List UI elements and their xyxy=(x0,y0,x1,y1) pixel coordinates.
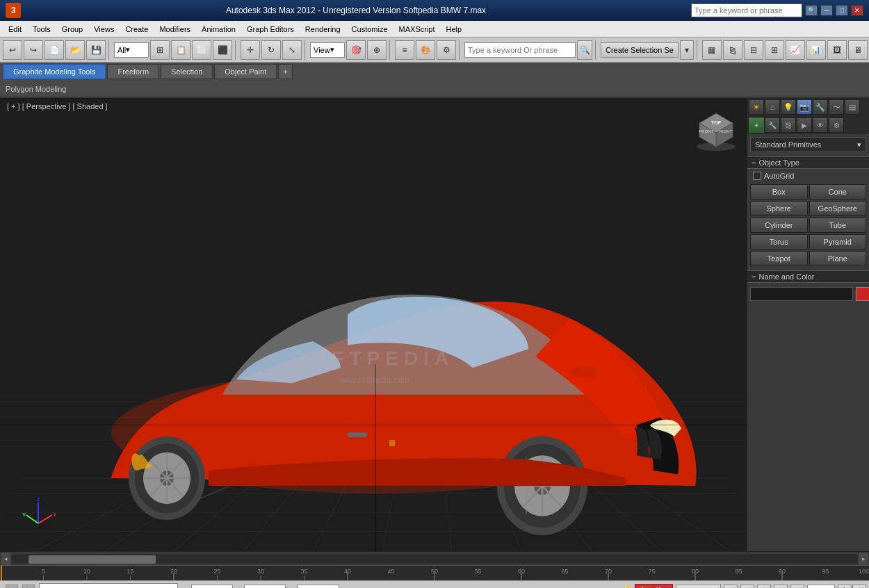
geosphere-button[interactable]: GeoSphere xyxy=(809,201,867,216)
panel-tab-cameras[interactable]: 📷 xyxy=(797,99,812,115)
menu-item-edit[interactable]: Edit xyxy=(3,24,27,35)
rotate-btn[interactable]: ↻ xyxy=(261,40,281,60)
sub-tab-utilities[interactable]: ⚙ xyxy=(829,117,844,133)
panel-tab-lights[interactable]: 💡 xyxy=(781,99,796,115)
play-button[interactable]: ▶ xyxy=(757,585,771,589)
frame-input[interactable] xyxy=(807,585,835,589)
tab-add-icon[interactable]: + xyxy=(278,64,292,79)
select-region-btn[interactable]: ⬜ xyxy=(192,40,211,60)
panel-tab-systems[interactable]: ▤ xyxy=(845,99,860,115)
auto-key-button[interactable]: Auto Key xyxy=(635,584,673,589)
create-sel-dropdown[interactable]: ▾ xyxy=(680,40,694,60)
sphere-button[interactable]: Sphere xyxy=(750,201,808,216)
save-button[interactable]: 💾 xyxy=(86,40,106,60)
menu-item-graph-editors[interactable]: Graph Editors xyxy=(241,24,300,35)
view-cube[interactable]: TOP RIGHT FRONT xyxy=(692,106,740,154)
tab-selection[interactable]: Selection xyxy=(161,64,213,79)
open-button[interactable]: 📂 xyxy=(65,40,85,60)
create-selection-button[interactable]: Create Selection Se xyxy=(601,42,679,58)
go-end-button[interactable]: ⏭ xyxy=(790,585,804,589)
sub-tab-create[interactable]: ✦ xyxy=(749,117,764,133)
z-input[interactable] xyxy=(298,585,339,589)
collapse-name-color-icon[interactable]: − xyxy=(752,272,756,281)
panel-tab-helpers[interactable]: 🔧 xyxy=(813,99,828,115)
render-setup-btn[interactable]: ⚙ xyxy=(437,40,456,60)
sub-tab-modify[interactable]: 🔧 xyxy=(765,117,780,133)
x-input[interactable] xyxy=(191,585,233,589)
viewport[interactable]: SOFTPEDIA www.softpedia.com [ + ] [ Pers… xyxy=(0,98,747,551)
menu-item-customize[interactable]: Customize xyxy=(346,24,393,35)
scroll-left-arrow[interactable]: ◂ xyxy=(0,552,11,566)
pivot-btn[interactable]: ⊕ xyxy=(367,40,387,60)
menu-item-tools[interactable]: Tools xyxy=(27,24,56,35)
tab-graphite-modeling[interactable]: Graphite Modeling Tools xyxy=(3,64,106,79)
redo-button[interactable]: ↪ xyxy=(24,40,43,60)
material-editor-btn[interactable]: 🖼 xyxy=(827,40,847,60)
pyramid-button[interactable]: Pyramid xyxy=(809,234,867,250)
search-icon[interactable]: 🔍 xyxy=(805,5,818,16)
close-button[interactable]: ✕ xyxy=(851,5,863,16)
schematic-btn[interactable]: 📊 xyxy=(806,40,826,60)
menu-item-create[interactable]: Create xyxy=(120,24,154,35)
box-button[interactable]: Box xyxy=(750,184,808,199)
array-btn[interactable]: ⊞ xyxy=(765,40,784,60)
cylinder-button[interactable]: Cylinder xyxy=(750,218,808,233)
collapse-object-type-icon[interactable]: − xyxy=(752,158,756,167)
prev-frame-button[interactable]: ◂ xyxy=(740,585,754,589)
menu-item-rendering[interactable]: Rendering xyxy=(300,24,346,35)
view-dropdown[interactable]: View▾ xyxy=(310,42,345,58)
curve-editor-btn[interactable]: 📈 xyxy=(786,40,805,60)
named-sel-dropdown[interactable]: ▦ xyxy=(702,40,722,60)
select-mode-icon[interactable]: ⊞ xyxy=(22,585,35,589)
next-frame-button[interactable]: ▸ xyxy=(774,585,788,589)
render-btn[interactable]: 🖥 xyxy=(848,40,868,60)
new-button[interactable]: 📄 xyxy=(44,40,64,60)
scroll-right-arrow[interactable]: ▸ xyxy=(858,552,869,566)
plane-button[interactable]: Plane xyxy=(809,251,867,266)
sub-tab-hierarchy[interactable]: ⛓ xyxy=(781,117,796,133)
scale-btn[interactable]: ⤡ xyxy=(282,40,302,60)
all-dropdown[interactable]: All▾ xyxy=(114,42,149,58)
panel-tab-display[interactable]: ☀ xyxy=(749,99,764,115)
cone-button[interactable]: Cone xyxy=(809,184,867,199)
anim-options-btn[interactable]: ⚙ xyxy=(852,585,866,589)
search-input[interactable] xyxy=(464,42,576,58)
menu-item-group[interactable]: Group xyxy=(56,24,89,35)
panel-tab-shapes[interactable]: ⌂ xyxy=(765,99,780,115)
auto-key-dropdown[interactable]: Selected xyxy=(676,584,721,589)
sub-tab-motion[interactable]: ▶ xyxy=(797,117,812,133)
maximize-button[interactable]: □ xyxy=(836,5,848,16)
menu-item-animation[interactable]: Animation xyxy=(196,24,241,35)
move-btn[interactable]: ✛ xyxy=(241,40,260,60)
window-crossing-btn[interactable]: ⬛ xyxy=(213,40,232,60)
select-by-name-btn[interactable]: 📋 xyxy=(171,40,190,60)
name-input[interactable] xyxy=(750,287,853,301)
torus-button[interactable]: Torus xyxy=(750,234,808,250)
scroll-track[interactable] xyxy=(11,554,858,564)
reference-coord-btn[interactable]: 🎯 xyxy=(346,40,366,60)
minimize-button[interactable]: ─ xyxy=(820,5,833,16)
timeline-ruler[interactable]: 0 / 100 5 10 15 20 25 30 35 40 45 50 55 … xyxy=(0,565,869,580)
sub-tab-display[interactable]: 👁 xyxy=(813,117,828,133)
menu-item-views[interactable]: Views xyxy=(88,24,120,35)
select-object-btn[interactable]: ⊞ xyxy=(150,40,170,60)
search-go-btn[interactable]: 🔍 xyxy=(577,40,592,60)
panel-tab-spacewarps[interactable]: 〜 xyxy=(829,99,844,115)
tab-freeform[interactable]: Freeform xyxy=(107,64,159,79)
teapot-button[interactable]: Teapot xyxy=(750,251,808,266)
y-input[interactable] xyxy=(244,585,286,589)
autogrid-checkbox[interactable] xyxy=(753,172,761,180)
go-start-button[interactable]: ⏮ xyxy=(724,585,738,589)
tube-button[interactable]: Tube xyxy=(809,218,867,233)
undo-button[interactable]: ↩ xyxy=(3,40,22,60)
time-config-btn[interactable]: ⏱ xyxy=(838,585,852,589)
mirror-btn[interactable]: ⧎ xyxy=(723,40,742,60)
tab-object-paint[interactable]: Object Paint xyxy=(214,64,277,79)
title-search-input[interactable] xyxy=(691,3,802,17)
menu-item-modifiers[interactable]: Modifiers xyxy=(154,24,196,35)
material-btn[interactable]: 🎨 xyxy=(416,40,435,60)
color-swatch[interactable] xyxy=(856,287,869,301)
lock-icon[interactable]: 🔒 xyxy=(6,585,18,589)
align-btn[interactable]: ⊟ xyxy=(744,40,763,60)
menu-item-maxscript[interactable]: MAXScript xyxy=(393,24,441,35)
